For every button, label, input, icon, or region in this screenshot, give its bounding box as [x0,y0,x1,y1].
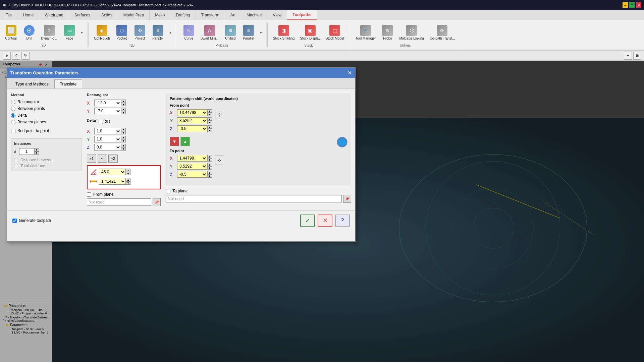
from-plane-pick-btn[interactable]: 📌 [153,198,161,206]
origin-up-btn[interactable]: ▲ [180,137,190,146]
distance-up[interactable]: ▲ [126,178,130,181]
tab-toolpaths[interactable]: Toolpaths [287,10,317,20]
tool-manager-btn[interactable]: 🔧 Tool Manager [354,24,378,42]
to-plane-checkbox[interactable] [166,189,170,193]
tab-translate[interactable]: Translate [54,79,83,88]
face-btn[interactable]: ▭ Face [61,24,78,42]
rect-y-down[interactable]: ▼ [121,111,126,114]
from-point-cursor-btn[interactable]: ⊹ [215,110,224,119]
maximize-btn[interactable]: □ [629,2,635,8]
parallel-3d-btn[interactable]: ≡ Parallel [150,24,166,42]
probe-btn[interactable]: ⊕ Probe [379,24,396,42]
to-x-input[interactable]: 1.44798 ▲ ▼ [177,155,212,162]
tab-art[interactable]: Art [225,10,241,20]
minimize-btn[interactable]: – [623,2,628,8]
dialog-titlebar[interactable]: Transform Operation Parameters ✕ [7,68,355,78]
plus-one-btn[interactable]: +1 [87,155,96,163]
help-btn[interactable]: ? [335,215,350,227]
to-z-select[interactable]: -0.5 [177,171,207,178]
stock-shading-btn[interactable]: ◨ Stock Shading [271,24,297,42]
method-between-planes[interactable]: Between planes [11,120,82,124]
delta-x-up[interactable]: ▲ [121,128,126,131]
to-z-input[interactable]: -0.5 ▲ ▼ [177,171,212,178]
delta-x-select[interactable]: 1.0 [94,128,121,134]
delta-z-select[interactable]: 0.0 [94,144,121,150]
sort-point-checkbox-item[interactable]: Sort point to point [11,128,82,133]
toolbar-btn-2[interactable]: ↺ [12,52,20,60]
toolbar-btn-3[interactable]: ↻ [21,52,30,60]
delta-3d-checkbox[interactable] [99,120,103,124]
delta-y-down[interactable]: ▼ [121,139,126,142]
tab-mesh[interactable]: Mesh [150,10,170,20]
method-rectangular[interactable]: Rectangular [11,100,82,104]
angle-down[interactable]: ▼ [126,172,130,175]
from-z-select[interactable]: -0.5 [177,125,207,132]
to-plane-input[interactable] [166,195,342,202]
multiaxis-linking-btn[interactable]: ⛓ Multiaxis Linking [397,24,426,42]
rect-x-up[interactable]: ▲ [121,100,126,103]
tab-view[interactable]: View [267,10,287,20]
delta-z-input[interactable]: 0.0 ▲ ▼ [94,144,126,150]
tab-home[interactable]: Home [17,10,39,20]
method-between-points-radio[interactable] [11,107,15,111]
angle-up[interactable]: ▲ [126,169,130,172]
rect-x-input[interactable]: -12.0 ▲ ▼ [94,100,126,106]
from-y-input[interactable]: 8.5292 ▲ ▼ [177,117,212,124]
distance-select[interactable]: 1.41421 [99,178,126,185]
method-rectangular-radio[interactable] [11,100,15,104]
from-z-up[interactable]: ▲ [207,125,212,129]
stock-model-btn[interactable]: ⬚ Stock Model [324,24,346,42]
plus-two-btn[interactable]: +2 [108,155,118,163]
tab-drafting[interactable]: Drafting [170,10,196,20]
from-z-input[interactable]: -0.5 ▲ ▼ [177,125,212,132]
from-x-down[interactable]: ▼ [207,113,212,116]
total-distance-option[interactable]: Total distance [14,164,78,168]
globe-btn[interactable]: 🌐 [337,137,347,147]
angle-select[interactable]: 45.0 [99,169,126,175]
to-y-select[interactable]: 8.5292 [177,163,207,170]
contour-btn[interactable]: ⬜ Contour [3,24,19,42]
stock-display-btn[interactable]: ▣ Stock Display [298,24,322,42]
delta-3d-item[interactable]: 3D [99,119,110,124]
tab-transform[interactable]: Transform [196,10,225,20]
total-distance-radio[interactable] [14,164,18,168]
parallel-ma-btn[interactable]: ≡ Parallel [240,24,257,42]
to-z-down[interactable]: ▼ [207,174,212,178]
from-x-up[interactable]: ▲ [207,109,212,113]
method-delta[interactable]: Delta [11,113,82,118]
method-between-points[interactable]: Between points [11,106,82,111]
tab-file[interactable]: File [0,10,17,20]
curve-btn[interactable]: ∿ Curve [180,24,197,42]
to-z-up[interactable]: ▲ [207,171,212,174]
rect-y-input[interactable]: -7.0 ▲ ▼ [94,108,126,114]
from-y-select[interactable]: 8.5292 [177,117,207,124]
origin-down-btn[interactable]: ▼ [170,137,179,146]
generate-checkbox[interactable] [12,219,17,223]
to-y-input[interactable]: 8.5292 ▲ ▼ [177,163,212,170]
distance-between-radio[interactable] [14,158,18,162]
ok-btn[interactable]: ✓ [300,215,315,227]
method-between-planes-radio[interactable] [11,120,15,124]
delta-y-input[interactable]: 1.0 ▲ ▼ [94,136,126,142]
arrow-btn[interactable]: ↔ [98,155,107,163]
generate-toolpath-check[interactable]: Generate toolpath [12,218,51,223]
tab-machine[interactable]: Machine [241,10,267,20]
instances-down-btn[interactable]: ▼ [34,152,39,155]
toolbar-btn-1[interactable]: ⊕ [3,52,11,60]
pocket-btn[interactable]: ⬡ Pocket [113,24,130,42]
rect-y-up[interactable]: ▲ [121,108,126,111]
delta-y-up[interactable]: ▲ [121,136,126,139]
to-y-down[interactable]: ▼ [207,166,212,170]
rect-x-down[interactable]: ▼ [121,103,126,106]
distance-input[interactable]: 1.41421 ▲ ▼ [99,178,130,185]
to-y-up[interactable]: ▲ [207,163,212,166]
sort-point-checkbox[interactable] [11,129,15,133]
dialog-close-btn[interactable]: ✕ [347,70,352,76]
swarf-btn[interactable]: ⋀ Swarf Milli... [199,24,221,42]
tab-solids[interactable]: Solids [96,10,118,20]
angle-input[interactable]: 45.0 ▲ ▼ [99,169,130,175]
delta-y-select[interactable]: 1.0 [94,136,121,142]
unified-btn[interactable]: ⊞ Unified [222,24,239,42]
to-plane-pick-btn[interactable]: 📌 [343,195,351,203]
optirough-btn[interactable]: ◈ OptiRough [92,24,112,42]
